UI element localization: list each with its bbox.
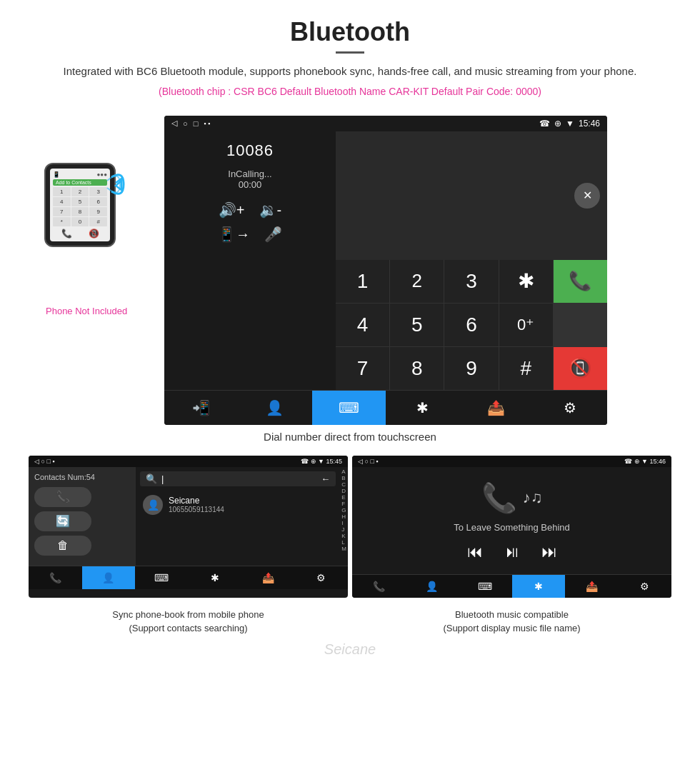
volume-up-icon[interactable]: 🔊+ — [219, 201, 245, 219]
music-status-right: ☎ ⊕ ▼ 15:46 — [624, 458, 666, 465]
contacts-count: Contacts Num:54 — [34, 473, 130, 481]
delete-contact-btn[interactable]: 🗑 — [34, 536, 91, 556]
right-caption: Bluetooth music compatible(Support displ… — [352, 608, 671, 636]
key-9[interactable]: 9 — [89, 207, 107, 216]
left-caption-text: Sync phone-book from mobile phone(Suppor… — [112, 609, 264, 634]
key-2[interactable]: 2 — [390, 260, 444, 303]
phone-mockup-screen: 📱●●● Add to Contacts 1 2 3 4 5 6 7 8 9 *… — [50, 169, 110, 241]
music-nav-out[interactable]: 📤 — [565, 575, 619, 598]
contacts-nav-call[interactable]: 📞 — [29, 566, 82, 589]
main-caption: Dial number direct from touchscreen — [0, 431, 700, 443]
contacts-status-left: ◁ ○ □ ▪ — [34, 458, 55, 465]
phone-switch-icon[interactable]: 📱→ — [218, 226, 250, 243]
contacts-nav-keypad[interactable]: ⌨ — [135, 566, 189, 589]
contacts-bottom-nav: 📞 👤 ⌨ ✱ 📤 ⚙ — [29, 566, 348, 589]
nav-call-forward[interactable]: 📲 — [164, 391, 238, 425]
contact-item[interactable]: 👤 Seicane 10655059113144 — [140, 491, 336, 519]
music-phone-icon: 📞 — [481, 481, 517, 515]
phone-mockup-body: 📱●●● Add to Contacts 1 2 3 4 5 6 7 8 9 *… — [44, 163, 116, 247]
contacts-status-bar: ◁ ○ □ ▪ ☎ ⊕ ▼ 15:45 — [29, 456, 348, 467]
volume-down-icon[interactable]: 🔉- — [259, 201, 282, 219]
nav-bluetooth[interactable]: ✱ — [386, 391, 459, 425]
key-7[interactable]: 7 — [336, 347, 389, 390]
phone-mockup-top-row: 📱●●● — [53, 171, 107, 178]
keypad-area: 1 2 3 ✱ 📞 4 5 6 0⁺ 7 8 9 # 📵 — [164, 260, 607, 390]
contact-name: Seicane — [169, 496, 224, 506]
phone-bottom-bar: 📞 📵 — [53, 229, 107, 239]
music-nav-keypad[interactable]: ⌨ — [459, 575, 512, 598]
bluetooth-signal-icon — [106, 163, 134, 209]
key-9[interactable]: 9 — [444, 347, 498, 390]
dial-extra-controls: 📱→ 🎤 — [218, 226, 282, 243]
green-call-button[interactable]: 📞 — [554, 260, 607, 303]
key-0[interactable]: 0 — [71, 217, 89, 226]
key-1[interactable]: 1 — [53, 187, 71, 196]
phone-call-btn[interactable]: 📞 — [61, 229, 72, 239]
key-4[interactable]: 4 — [53, 197, 71, 206]
key-7[interactable]: 7 — [53, 207, 71, 216]
contacts-left-panel: Contacts Num:54 📞 🔄 🗑 — [29, 467, 136, 566]
phone-not-included-label: Phone Not Included — [46, 306, 127, 316]
key-6[interactable]: 6 — [444, 304, 498, 346]
left-caption: Sync phone-book from mobile phone(Suppor… — [29, 608, 348, 636]
key-3[interactable]: 3 — [89, 187, 107, 196]
refresh-contact-btn[interactable]: 🔄 — [34, 511, 91, 531]
key-star[interactable]: ✱ — [499, 260, 553, 303]
mic-icon[interactable]: 🎤 — [264, 226, 282, 243]
contacts-nav-settings[interactable]: ⚙ — [295, 566, 349, 589]
phone-mockup-keypad: 1 2 3 4 5 6 7 8 9 * 0 # — [53, 187, 107, 226]
main-bottom-nav: 📲 👤 ⌨ ✱ 📤 ⚙ — [164, 390, 607, 425]
contacts-search-bar: 🔍 | ← — [140, 471, 336, 486]
keypad-spacer — [164, 260, 336, 390]
key-4[interactable]: 4 — [336, 304, 389, 346]
key-1[interactable]: 1 — [336, 260, 389, 303]
keypad-grid: 1 2 3 ✱ 📞 4 5 6 0⁺ 7 8 9 # 📵 — [336, 260, 607, 390]
key-0plus[interactable]: 0⁺ — [499, 304, 553, 346]
recents-icon: □ — [194, 119, 199, 128]
nav-contacts[interactable]: 👤 — [238, 391, 311, 425]
music-nav-settings[interactable]: ⚙ — [619, 575, 672, 598]
bottom-panels: ◁ ○ □ ▪ ☎ ⊕ ▼ 15:45 Contacts Num:54 📞 🔄 … — [0, 456, 700, 598]
search-back-icon[interactable]: ← — [321, 473, 330, 484]
music-note-icon: ♪♫ — [523, 488, 543, 507]
number-input-bar: ✕ — [336, 131, 607, 260]
next-track-button[interactable]: ⏭ — [541, 543, 557, 561]
music-panel: ◁ ○ □ ▪ ☎ ⊕ ▼ 15:46 📞 ♪♫ To Leave Someth… — [352, 456, 671, 598]
key-6[interactable]: 6 — [89, 197, 107, 206]
dial-top-area: 10086 InCalling... 00:00 🔊+ 🔉- 📱→ 🎤 ✕ — [164, 131, 607, 260]
key-hash[interactable]: # — [89, 217, 107, 226]
backspace-button[interactable]: ✕ — [574, 183, 600, 209]
play-pause-button[interactable]: ⏯ — [504, 543, 520, 561]
key-2[interactable]: 2 — [71, 187, 89, 196]
music-icon-area: 📞 ♪♫ — [481, 481, 543, 515]
search-icon: 🔍 — [146, 473, 157, 484]
phone-end-btn[interactable]: 📵 — [89, 229, 99, 239]
music-time: 15:46 — [649, 458, 666, 465]
call-contact-btn[interactable]: 📞 — [34, 487, 91, 507]
contacts-nav-out[interactable]: 📤 — [241, 566, 295, 589]
watermark: Seicane — [0, 636, 700, 661]
key-3[interactable]: 3 — [444, 260, 498, 303]
red-end-button[interactable]: 📵 — [554, 347, 607, 390]
nav-settings[interactable]: ⚙ — [534, 391, 607, 425]
nav-keypad[interactable]: ⌨ — [312, 391, 386, 425]
music-nav-contacts[interactable]: 👤 — [406, 575, 459, 598]
key-hash[interactable]: # — [499, 347, 553, 390]
status-bar-right: ☎ ⊕ ▼ 15:46 — [539, 119, 600, 129]
key-8[interactable]: 8 — [390, 347, 444, 390]
music-status-bar: ◁ ○ □ ▪ ☎ ⊕ ▼ 15:46 — [352, 456, 671, 467]
music-nav-bluetooth[interactable]: ✱ — [512, 575, 566, 598]
call-status-icon: ☎ — [539, 119, 550, 129]
nav-phone-out[interactable]: 📤 — [459, 391, 533, 425]
music-nav-call[interactable]: 📞 — [352, 575, 406, 598]
prev-track-button[interactable]: ⏮ — [467, 543, 483, 561]
key-5[interactable]: 5 — [71, 197, 89, 206]
contact-number: 10655059113144 — [169, 506, 224, 513]
search-cursor: | — [161, 473, 164, 484]
key-8[interactable]: 8 — [71, 207, 89, 216]
contacts-nav-bluetooth[interactable]: ✱ — [189, 566, 242, 589]
key-5[interactable]: 5 — [390, 304, 444, 346]
key-star[interactable]: * — [53, 217, 71, 226]
notification-icon: ▪ ▪ — [204, 120, 210, 127]
contacts-nav-contacts[interactable]: 👤 — [82, 566, 136, 589]
